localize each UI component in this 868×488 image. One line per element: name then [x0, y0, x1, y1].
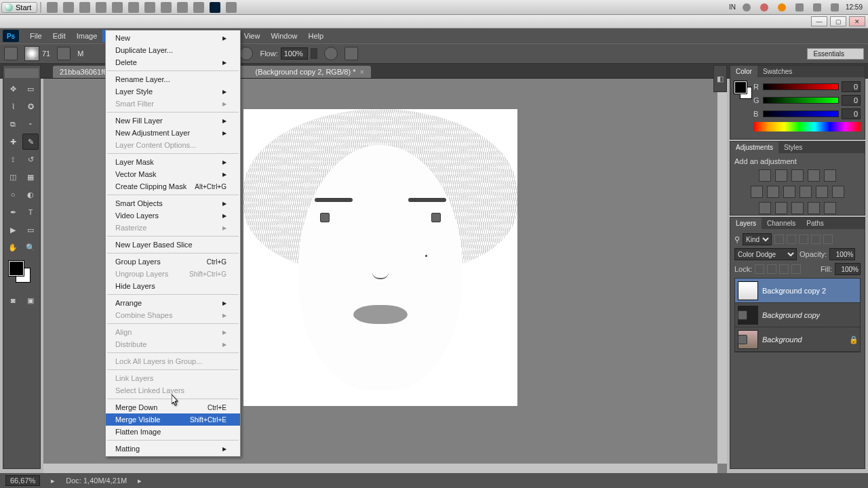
curves-adj-icon[interactable]: [791, 169, 804, 182]
opacity-input[interactable]: [829, 248, 855, 260]
menu-item-new-layer-based-slice[interactable]: New Layer Based Slice: [106, 239, 240, 251]
brush-panel-icon[interactable]: [57, 47, 71, 60]
workspace-selector[interactable]: Essentials: [807, 48, 864, 60]
menu-item-merge-visible[interactable]: Merge VisibleShift+Ctrl+E: [106, 413, 240, 426]
tab-styles[interactable]: Styles: [778, 142, 808, 153]
menu-item-merge-down[interactable]: Merge DownCtrl+E: [106, 401, 240, 413]
menu-item-vector-mask[interactable]: Vector Mask▶: [106, 168, 240, 180]
layer-row[interactable]: Background copy: [735, 303, 860, 327]
zoom-value[interactable]: 66,67%: [5, 475, 40, 486]
menu-item-flatten-image[interactable]: Flatten Image: [106, 426, 240, 438]
dodge-tool[interactable]: ◐: [22, 186, 39, 203]
layer-name-label[interactable]: Background: [762, 336, 845, 344]
close-tab-icon[interactable]: ×: [359, 68, 363, 76]
color-swatches[interactable]: [5, 261, 39, 288]
kind-filter[interactable]: Kind: [743, 233, 772, 245]
gradient-tool[interactable]: ▦: [22, 169, 39, 185]
language-indicator[interactable]: IN: [729, 3, 736, 11]
layer-name-label[interactable]: Background copy 2: [762, 287, 857, 295]
tab-color[interactable]: Color: [730, 66, 757, 77]
foreground-color-swatch[interactable]: [9, 261, 24, 276]
history-brush-tool[interactable]: ↺: [22, 151, 39, 167]
menu-item-new-adjustment-layer[interactable]: New Adjustment Layer▶: [106, 127, 240, 139]
hand-tool[interactable]: ✋: [5, 239, 21, 256]
blur-tool[interactable]: ○: [5, 186, 21, 203]
tray-icon[interactable]: [778, 3, 786, 12]
tool-preset-icon[interactable]: [4, 47, 18, 60]
maximize-button[interactable]: ▢: [830, 16, 846, 26]
menu-item-hide-layers[interactable]: Hide Layers: [106, 280, 240, 292]
shape-tool[interactable]: ▭: [22, 222, 39, 238]
zoom-tool[interactable]: 🔍: [22, 239, 39, 256]
levels-adj-icon[interactable]: [775, 169, 787, 182]
minimize-button[interactable]: —: [811, 16, 827, 26]
eyedropper-tool[interactable]: ⁃: [22, 116, 39, 132]
zoom-dropdown-icon[interactable]: ▸: [51, 476, 55, 485]
visibility-toggle-icon[interactable]: [738, 335, 747, 344]
vertical-scrollbar[interactable]: [717, 79, 727, 464]
taskbar-app-icon[interactable]: [177, 2, 188, 13]
threshold-adj-icon[interactable]: [791, 202, 804, 214]
horizontal-scrollbar[interactable]: [43, 464, 717, 473]
filter-adj-icon[interactable]: [787, 235, 796, 244]
filter-pixel-icon[interactable]: [774, 235, 784, 244]
filter-type-icon[interactable]: [799, 235, 808, 244]
channel-value-input[interactable]: [842, 108, 861, 119]
color-spectrum[interactable]: [753, 122, 861, 131]
tab-swatches[interactable]: Swatches: [757, 66, 797, 77]
airbrush-icon[interactable]: [239, 47, 253, 60]
color-balance-adj-icon[interactable]: [767, 186, 779, 198]
taskbar-app-icon[interactable]: [79, 2, 90, 13]
tray-icon[interactable]: [813, 3, 821, 12]
menu-item-smart-objects[interactable]: Smart Objects▶: [106, 197, 240, 209]
marquee-tool[interactable]: ▭: [22, 81, 39, 97]
panel-fg-swatch[interactable]: [734, 81, 747, 94]
lasso-tool[interactable]: ⌇: [5, 98, 21, 115]
path-select-tool[interactable]: ▶: [5, 222, 21, 238]
menu-item-layer-style[interactable]: Layer Style▶: [106, 85, 240, 98]
channel-slider[interactable]: [763, 110, 839, 117]
taskbar-app-icon[interactable]: [63, 2, 74, 13]
visibility-toggle-icon[interactable]: [738, 310, 747, 320]
flow-input[interactable]: [281, 47, 308, 60]
taskbar-app-icon[interactable]: [226, 2, 237, 13]
lock-transparency-icon[interactable]: [755, 264, 764, 274]
tab-paths[interactable]: Paths: [801, 218, 829, 229]
posterize-adj-icon[interactable]: [775, 202, 787, 214]
menu-item-group-layers[interactable]: Group LayersCtrl+G: [106, 256, 240, 268]
eraser-tool[interactable]: ◫: [5, 169, 21, 185]
document-canvas[interactable]: [243, 109, 517, 406]
clock[interactable]: 12:59: [846, 3, 863, 11]
taskbar-app-icon[interactable]: [112, 2, 123, 13]
type-tool[interactable]: T: [22, 204, 39, 220]
channel-slider[interactable]: [763, 83, 839, 90]
taskbar-app-icon[interactable]: [144, 2, 155, 13]
invert-adj-icon[interactable]: [759, 202, 771, 214]
menu-window[interactable]: Window: [265, 30, 302, 42]
menu-view[interactable]: View: [239, 30, 266, 42]
layer-name-label[interactable]: Background copy: [762, 311, 857, 319]
menu-item-duplicate-layer[interactable]: Duplicate Layer...: [106, 44, 240, 56]
menu-help[interactable]: Help: [303, 30, 330, 42]
channel-value-input[interactable]: [842, 95, 861, 106]
lock-position-icon[interactable]: [779, 264, 789, 274]
layer-thumbnail[interactable]: [738, 281, 758, 300]
brush-tool[interactable]: ✎: [22, 134, 39, 150]
menu-image[interactable]: Image: [71, 30, 103, 42]
channel-slider[interactable]: [763, 97, 839, 104]
collapsed-panel-icon[interactable]: ◧: [713, 65, 727, 92]
menu-edit[interactable]: Edit: [47, 30, 71, 42]
tab-adjustments[interactable]: Adjustments: [730, 142, 778, 153]
stamp-tool[interactable]: ⟟: [5, 151, 21, 167]
menu-item-matting[interactable]: Matting▶: [106, 443, 240, 455]
tray-icon[interactable]: [831, 3, 839, 12]
menu-item-video-layers[interactable]: Video Layers▶: [106, 209, 240, 222]
exposure-adj-icon[interactable]: [808, 169, 820, 182]
filter-shape-icon[interactable]: [811, 235, 821, 244]
move-tool[interactable]: ✥: [5, 81, 21, 97]
blend-mode-select[interactable]: Color Dodge: [734, 248, 797, 260]
menu-item-layer-mask[interactable]: Layer Mask▶: [106, 156, 240, 168]
brush-preset[interactable]: 71: [24, 46, 50, 61]
crop-tool[interactable]: ⧉: [5, 116, 21, 132]
tab-channels[interactable]: Channels: [762, 218, 801, 229]
